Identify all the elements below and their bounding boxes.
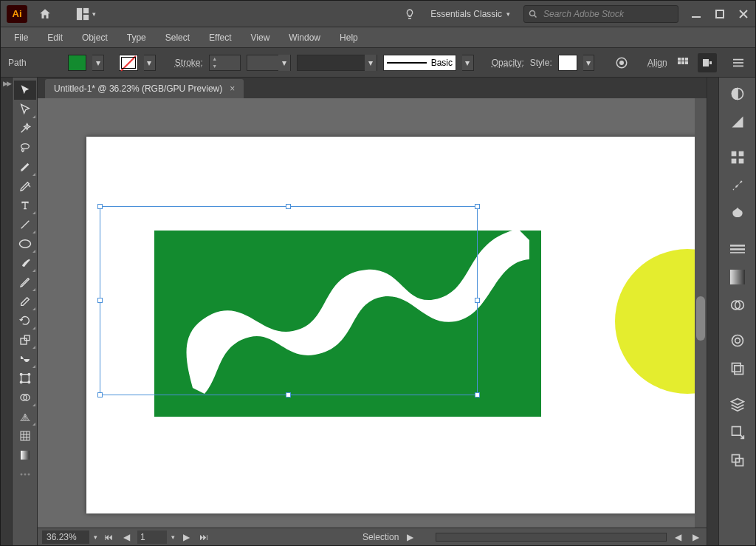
pen-tool[interactable] <box>14 157 36 177</box>
document-tab[interactable]: Untitled-1* @ 36.23% (RGB/GPU Preview) × <box>45 79 244 98</box>
horizontal-scrollbar[interactable] <box>436 533 667 542</box>
artwork-wave-path[interactable] <box>131 203 544 410</box>
stroke-weight-field[interactable]: ▲▼ <box>209 55 241 71</box>
type-tool[interactable] <box>14 196 36 215</box>
prev-artboard-button[interactable]: ◀ <box>120 532 133 542</box>
left-panel-collapse[interactable]: ▶▶ <box>1 78 13 545</box>
artboards-panel-button[interactable] <box>723 448 752 473</box>
svg-point-34 <box>27 474 30 476</box>
minimize-button[interactable] <box>684 4 708 24</box>
menu-view[interactable]: View <box>244 30 278 46</box>
zoom-level-field[interactable]: 36.23% <box>42 530 89 544</box>
arrange-documents-button[interactable]: ▾ <box>70 7 102 21</box>
workspace-switcher[interactable]: Essentials Classic ▾ <box>423 4 518 24</box>
artboard-number-field[interactable]: 1 <box>137 530 167 544</box>
status-menu-button[interactable]: ▶ <box>403 532 416 542</box>
variable-width-profile[interactable]: ▾ <box>247 55 290 71</box>
scroll-right-button[interactable]: ▶ <box>689 532 702 542</box>
vertical-scroll-thumb[interactable] <box>696 296 705 341</box>
recolor-artwork-button[interactable] <box>612 53 631 72</box>
artboard-dropdown[interactable]: ▾ <box>171 533 175 541</box>
color-panel-button[interactable] <box>723 81 752 106</box>
align-label[interactable]: Align <box>647 58 667 68</box>
align-panel-button[interactable] <box>673 53 693 72</box>
brush-definition[interactable]: ▾ <box>297 55 377 71</box>
transparency-panel-button[interactable] <box>723 293 752 318</box>
stroke-dropdown[interactable]: ▾ <box>144 55 156 71</box>
canvas[interactable] <box>38 98 707 528</box>
artboard[interactable] <box>86 137 707 513</box>
symbols-panel-button[interactable] <box>723 201 752 226</box>
magic-wand-tool[interactable] <box>14 119 36 138</box>
graphic-style-swatch[interactable] <box>558 55 577 71</box>
swatches-panel-button[interactable] <box>723 145 752 170</box>
brush-profile-dropdown[interactable]: ▾ <box>462 55 474 71</box>
stroke-weight-up[interactable]: ▲ <box>210 55 220 63</box>
pencil-tool[interactable] <box>14 273 36 292</box>
menu-file[interactable]: File <box>7 30 35 46</box>
lightbulb-icon[interactable] <box>396 1 423 27</box>
line-segment-tool[interactable] <box>14 215 36 234</box>
tab-close-button[interactable]: × <box>230 83 235 94</box>
svg-point-7 <box>620 61 624 64</box>
selection-handle[interactable] <box>97 392 103 397</box>
appearance-panel-button[interactable] <box>723 328 752 353</box>
opacity-label[interactable]: Opacity: <box>492 58 524 68</box>
graphic-styles-panel-button[interactable] <box>723 356 752 381</box>
artwork-yellow-circle[interactable] <box>615 249 707 394</box>
control-bar-menu-button[interactable] <box>729 53 748 72</box>
rotate-tool[interactable] <box>14 311 36 330</box>
free-transform-tool[interactable] <box>14 369 36 388</box>
stock-search[interactable] <box>523 5 678 23</box>
next-artboard-button[interactable]: ▶ <box>179 532 193 542</box>
menu-window[interactable]: Window <box>281 30 328 46</box>
menu-edit[interactable]: Edit <box>40 30 70 46</box>
stroke-label[interactable]: Stroke: <box>175 58 203 68</box>
menu-object[interactable]: Object <box>75 30 115 46</box>
fill-dropdown[interactable]: ▾ <box>92 55 104 71</box>
graphic-style-dropdown[interactable]: ▾ <box>583 55 595 71</box>
paintbrush-tool[interactable] <box>14 253 36 273</box>
menu-help[interactable]: Help <box>332 30 365 46</box>
stroke-swatch[interactable] <box>119 55 138 71</box>
vertical-scrollbar[interactable] <box>695 98 707 528</box>
eraser-tool[interactable] <box>14 292 36 311</box>
right-panel-collapse[interactable] <box>707 78 718 545</box>
scale-tool[interactable] <box>14 330 36 349</box>
home-icon[interactable] <box>32 1 58 27</box>
stroke-weight-down[interactable]: ▼ <box>210 63 220 70</box>
curvature-tool[interactable] <box>14 177 36 196</box>
menu-effect[interactable]: Effect <box>202 30 238 46</box>
maximize-button[interactable] <box>708 4 732 24</box>
scroll-left-button[interactable]: ◀ <box>671 532 684 542</box>
width-tool[interactable] <box>14 349 36 369</box>
first-artboard-button[interactable]: ⏮ <box>102 532 115 542</box>
mesh-tool[interactable] <box>14 426 36 446</box>
gradient-panel-button[interactable] <box>723 265 752 290</box>
svg-rect-23 <box>21 375 29 383</box>
lasso-tool[interactable] <box>14 138 36 157</box>
ellipse-tool[interactable] <box>14 234 36 253</box>
close-button[interactable] <box>732 4 755 24</box>
selection-handle[interactable] <box>97 204 103 209</box>
stock-search-input[interactable] <box>542 8 673 20</box>
last-artboard-button[interactable]: ⏭ <box>197 532 210 542</box>
direct-selection-tool[interactable] <box>14 100 36 119</box>
menu-type[interactable]: Type <box>120 30 154 46</box>
transform-panel-button[interactable] <box>698 53 717 72</box>
perspective-grid-tool[interactable] <box>14 407 36 426</box>
more-tools-indicator[interactable] <box>14 465 36 484</box>
selection-tool[interactable] <box>14 81 36 100</box>
layers-panel-button[interactable] <box>723 392 752 417</box>
shape-builder-tool[interactable] <box>14 388 36 407</box>
menu-select[interactable]: Select <box>158 30 197 46</box>
asset-export-panel-button[interactable] <box>723 420 752 445</box>
selection-handle[interactable] <box>97 298 103 303</box>
zoom-dropdown[interactable]: ▾ <box>94 533 97 541</box>
color-guide-panel-button[interactable] <box>723 109 752 134</box>
brush-profile[interactable]: Basic <box>383 55 456 71</box>
gradient-tool[interactable] <box>14 446 36 465</box>
fill-swatch[interactable] <box>68 55 87 71</box>
brushes-panel-button[interactable] <box>723 173 752 198</box>
stroke-panel-button[interactable] <box>723 236 752 262</box>
